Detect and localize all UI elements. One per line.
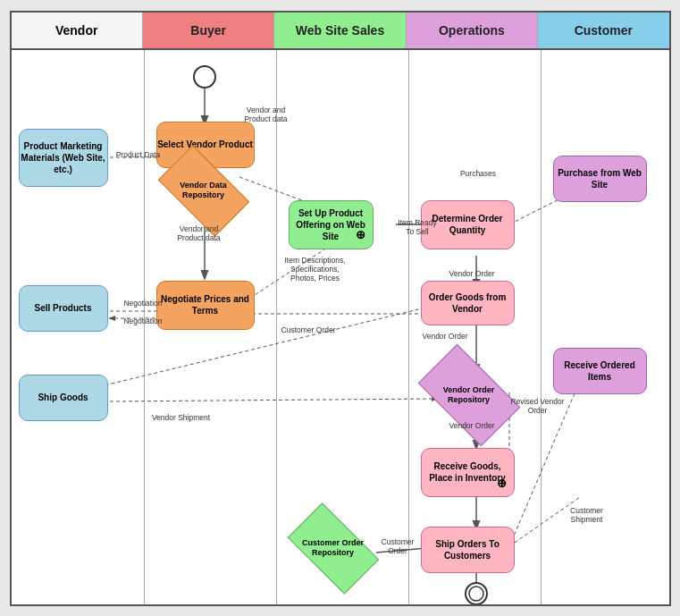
lane-divider-4 <box>541 50 541 604</box>
svg-line-19 <box>110 399 437 401</box>
product-data-label: Product Data <box>112 150 165 159</box>
header-operations: Operations <box>407 13 538 48</box>
vendor-data-repo-label: Vendor Data Repository <box>164 181 244 200</box>
header-row: Vendor Buyer Web Site Sales Operations C… <box>12 13 669 50</box>
receive-goods-shape: Receive Goods, Place in Inventory ⊕ <box>421 448 515 497</box>
ship-goods-label: Ship Goods <box>38 392 88 403</box>
setup-product-shape: Set Up Product Offering on Web Site ⊕ <box>289 200 374 249</box>
receive-plus-icon: ⊕ <box>497 477 507 492</box>
sell-products-shape: Sell Products <box>19 285 108 332</box>
vendor-product-data2-label: Vendor and Product data <box>168 224 231 242</box>
customer-order-repo-label: Customer Order Repository <box>293 538 374 558</box>
ship-orders-label: Ship Orders To Customers <box>422 538 514 561</box>
vendor-data-repo-shape: Vendor Data Repository <box>164 166 244 215</box>
svg-point-12 <box>469 586 483 601</box>
header-vendor: Vendor <box>12 13 143 48</box>
customer-shipment-label: Customer Shipment <box>557 506 617 524</box>
product-marketing-shape: Product Marketing Materials (Web Site, e… <box>19 129 108 187</box>
customer-order-repo-shape: Customer Order Repository <box>293 524 374 573</box>
lane-divider-3 <box>408 50 409 604</box>
sell-products-label: Sell Products <box>35 302 92 314</box>
customer-order-label: Customer Order <box>275 325 342 334</box>
receive-ordered-label: Receive Ordered Items <box>554 359 646 383</box>
svg-point-11 <box>466 583 487 604</box>
item-descriptions-label: Item Descriptions, Specifications, Photo… <box>280 256 351 283</box>
setup-plus-icon: ⊕ <box>356 228 365 243</box>
vendor-order-repo-label: Vendor Order Repository <box>424 385 514 405</box>
vendor-product-data1-label: Vendor and Product data <box>235 105 298 123</box>
negotiation2-label: Negotiation <box>114 316 172 325</box>
vendor-order2-label: Vendor Order <box>421 332 470 341</box>
lane-divider-1 <box>144 50 145 604</box>
ship-goods-shape: Ship Goods <box>19 375 108 421</box>
svg-point-0 <box>194 66 215 88</box>
receive-ordered-shape: Receive Ordered Items <box>553 348 647 394</box>
vendor-order3-label: Vendor Order <box>448 421 497 430</box>
order-goods-label: Order Goods from Vendor <box>422 291 514 315</box>
item-ready-label: Item Ready To Sell <box>398 218 438 236</box>
revised-vendor-order-label: Revised Vendor Order <box>508 397 568 415</box>
diagram-container: Vendor Buyer Web Site Sales Operations C… <box>10 11 671 606</box>
header-buyer: Buyer <box>143 13 274 48</box>
vendor-order-repo-shape: Vendor Order Repository <box>424 367 514 423</box>
negotiation1-label: Negotiation <box>114 299 172 308</box>
select-vendor-label: Select Vendor Product <box>157 139 253 150</box>
order-goods-shape: Order Goods from Vendor <box>421 281 515 325</box>
ship-orders-shape: Ship Orders To Customers <box>421 527 515 573</box>
purchases-label: Purchases <box>449 169 508 178</box>
product-marketing-label: Product Marketing Materials (Web Site, e… <box>20 140 107 175</box>
vendor-shipment-label: Vendor Shipment <box>146 413 217 422</box>
header-customer: Customer <box>538 13 668 48</box>
vendor-order1-label: Vendor Order <box>448 269 497 278</box>
purchase-web-shape: Purchase from Web Site <box>553 156 647 202</box>
header-websales: Web Site Sales <box>274 13 406 48</box>
purchase-web-label: Purchase from Web Site <box>554 167 646 190</box>
customer-order2-label: Customer Order <box>374 537 423 555</box>
